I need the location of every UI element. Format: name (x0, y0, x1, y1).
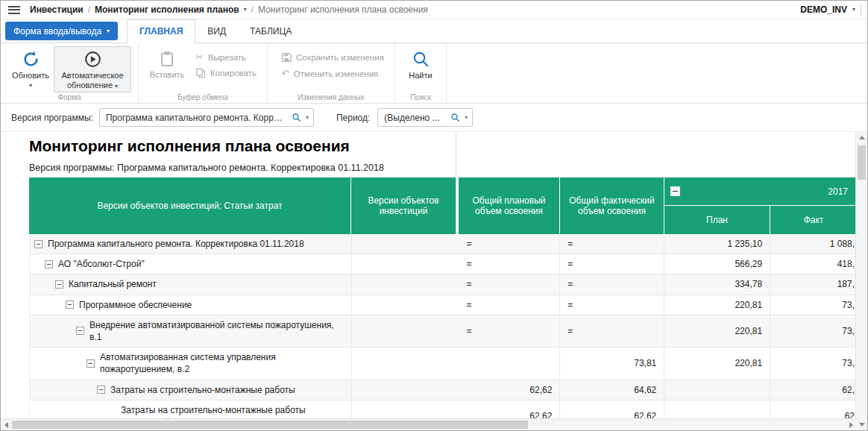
topbar: Инвестиции / Мониторинг исполнения плано… (1, 1, 867, 19)
vertical-scrollbar[interactable] (855, 132, 867, 430)
ribbon-group-form-label: Форма (1, 93, 138, 101)
plan-2017-cell: 1 235,10 (664, 234, 770, 254)
table-row[interactable]: Капитальный ремонт = = 334,78 187, (29, 274, 857, 295)
topbar-divider (861, 4, 861, 16)
copy-button[interactable]: Копировать (192, 66, 260, 80)
tab-view[interactable]: ВИД (195, 19, 238, 43)
fact-2017-cell: 1 088, (770, 234, 857, 254)
find-button[interactable]: Найти (402, 46, 439, 83)
header-year-2017: 2017 (664, 177, 857, 206)
auto-refresh-icon (84, 50, 102, 69)
header-tree-column: Версии объектов инвестиций; Статьи затра… (29, 177, 351, 234)
plan-2017-cell: 220,81 (664, 347, 770, 379)
cancel-changes-button[interactable]: ↶ Отменить изменения (277, 67, 388, 80)
copy-icon (195, 68, 206, 78)
period-combo[interactable]: (Выделено ... ▾ (377, 108, 473, 127)
scroll-right-arrow-icon[interactable] (846, 419, 857, 430)
tab-main[interactable]: ГЛАВНАЯ (127, 19, 195, 43)
breadcrumb-separator: / (251, 4, 254, 15)
header-plan-column: План (664, 206, 770, 234)
report-subtitle: Версия программы: Программа капитального… (29, 163, 384, 173)
fact-2017-cell: 73, (770, 315, 857, 347)
scroll-up-arrow-icon[interactable] (856, 132, 867, 143)
plan-total-cell: = (459, 315, 560, 347)
row-label: Капитальный ремонт (69, 278, 157, 290)
search-icon[interactable] (450, 113, 460, 122)
search-icon[interactable] (292, 113, 301, 122)
breadcrumb-item-monitoring-plans[interactable]: Мониторинг исполнения планов (95, 4, 239, 15)
scroll-left-arrow-icon[interactable] (1, 419, 12, 430)
paste-button[interactable]: Вставить (145, 46, 189, 82)
table-header: Версии объектов инвестиций; Статьи затра… (29, 177, 857, 234)
collapse-toggle-icon[interactable] (87, 359, 95, 368)
fact-total-cell: 64,62 (560, 380, 664, 400)
tree-cell: Внедрение автоматизированной системы пож… (30, 315, 352, 347)
header-fact-total-column: Общий фактический объем освоения (560, 177, 664, 234)
table-row[interactable]: Автоматизированная система управления по… (29, 347, 857, 380)
chevron-down-icon: ▾ (29, 83, 32, 89)
fact-2017-cell: 418, (770, 254, 857, 274)
refresh-button[interactable]: Обновить ▾ (7, 46, 54, 91)
tab-table[interactable]: ТАБЛИЦА (238, 19, 304, 43)
plan-2017-cell: 566,29 (664, 254, 770, 274)
versions-cell (352, 380, 456, 400)
plan-total-cell (459, 347, 561, 379)
plan-2017-cell: 334,78 (664, 274, 770, 294)
collapse-toggle-icon[interactable] (45, 260, 53, 268)
plan-total-cell: 62,62 (459, 400, 561, 418)
form-io-label: Форма ввода/вывода (13, 26, 101, 37)
cut-button[interactable]: ✂ Вырезать (192, 51, 260, 63)
chevron-down-icon[interactable]: ▾ (465, 115, 468, 121)
fact-total-cell: = (560, 254, 664, 274)
plan-2017-cell (664, 380, 770, 400)
plan-total-cell: = (459, 295, 560, 315)
breadcrumb-item-investments[interactable]: Инвестиции (30, 4, 84, 15)
cut-label: Вырезать (208, 53, 246, 62)
program-version-combo[interactable]: Программа капитального ремонта. Корректи… (99, 108, 314, 127)
hamburger-menu-icon[interactable] (8, 6, 20, 14)
collapse-toggle-icon[interactable] (66, 301, 74, 309)
table-row[interactable]: АО "Абсолют-Строй" = = 566,29 418, (29, 254, 857, 274)
chevron-down-icon[interactable]: ▾ (244, 7, 247, 13)
save-changes-button[interactable]: Сохранить изменения (277, 51, 388, 64)
collapse-toggle-icon[interactable] (76, 327, 84, 335)
data-changes-stack: Сохранить изменения ↶ Отменить изменения (277, 46, 388, 80)
vertical-scroll-thumb[interactable] (858, 145, 866, 180)
refresh-icon (22, 50, 40, 69)
chevron-down-icon[interactable]: ▾ (306, 115, 309, 121)
auto-refresh-button[interactable]: Автоматическое обновление ▾ (54, 46, 131, 92)
clipboard-stack: ✂ Вырезать Копировать (192, 46, 260, 80)
year-collapse-toggle-icon[interactable] (670, 186, 680, 196)
user-menu[interactable]: DEMO_INV (800, 4, 847, 15)
program-version-label: Версия программы: (11, 113, 93, 123)
collapse-toggle-icon[interactable] (97, 386, 105, 394)
table-row[interactable]: Внедрение автоматизированной системы пож… (29, 315, 857, 347)
form-io-button[interactable]: Форма ввода/вывода ▾ (5, 22, 118, 40)
table-row[interactable]: Программа капитального ремонта. Корректи… (29, 234, 857, 254)
chevron-down-icon[interactable]: ▾ (852, 7, 855, 13)
cancel-changes-label: Отменить изменения (294, 69, 379, 78)
ribbon-group-data-changes: Сохранить изменения ↶ Отменить изменения… (268, 43, 395, 103)
table-row[interactable]: Затраты на строительно-монтажные работы … (29, 380, 857, 400)
ribbon-group-clipboard-label: Буфер обмена (139, 93, 267, 101)
horizontal-scroll-thumb[interactable] (12, 421, 528, 429)
plan-total-cell: 62,62 (459, 380, 560, 400)
collapse-toggle-icon[interactable] (55, 280, 63, 289)
table-row[interactable]: Программное обеспечение = = 220,81 73, (29, 295, 857, 315)
period-value: (Выделено ... (384, 113, 446, 123)
ribbon-group-data-changes-label: Изменения данных (268, 93, 394, 101)
ribbon-group-form: Обновить ▾ Автоматическое обновление ▾ Ф… (1, 43, 139, 103)
report-area: Мониторинг исполнения плана освоения Вер… (1, 132, 857, 418)
table-row[interactable]: Затраты на строительно-монтажные работы … (29, 400, 857, 418)
header-year-group: 2017 План Факт (664, 177, 857, 234)
versions-cell (352, 400, 456, 418)
row-label: АО "Абсолют-Строй" (58, 258, 145, 270)
fact-2017-cell: 62 (770, 400, 857, 418)
plan-2017-cell: 220,81 (664, 315, 770, 347)
collapse-toggle-icon[interactable] (34, 240, 43, 248)
scroll-down-arrow-icon[interactable] (856, 419, 867, 430)
ribbon-group-search-label: Поиск (395, 93, 446, 101)
horizontal-scrollbar[interactable] (1, 418, 857, 430)
data-grid: Версии объектов инвестиций; Статьи затра… (29, 177, 857, 418)
filter-bar: Версия программы: Программа капитального… (1, 104, 867, 132)
